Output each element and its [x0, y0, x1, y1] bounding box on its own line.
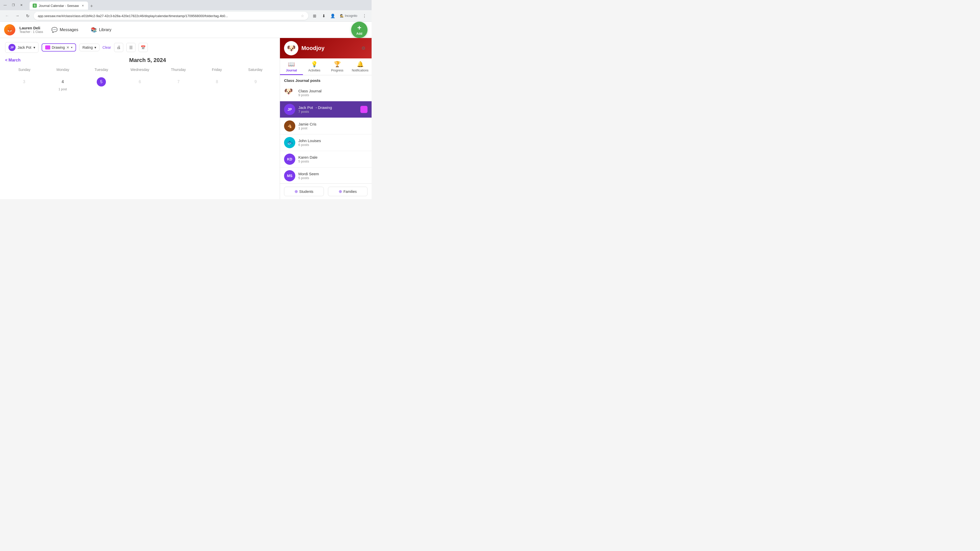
mordi-seem-info: Mordi Seem 5 posts [298, 171, 368, 180]
toolbar-actions: ⊞ ⬇ 👤 🕵 Incognito ⋮ [310, 12, 369, 20]
progress-tab-icon: 🏆 [334, 61, 341, 68]
tab-activities[interactable]: 💡 Activities [303, 59, 326, 75]
month-back-button[interactable]: < March [5, 58, 21, 62]
profile-button[interactable]: 👤 [329, 12, 337, 20]
karen-dale-posts: 5 posts [298, 159, 368, 163]
tab-journal[interactable]: 📖 Journal [280, 59, 303, 75]
jack-pot-info: Jack Pot - Drawing 7 posts [298, 105, 357, 114]
cal-day-4[interactable]: 4 1 post [44, 75, 82, 95]
journal-tab-label: Journal [286, 68, 297, 72]
rating-filter[interactable]: Rating ▾ [79, 44, 99, 51]
student-avatar: JP [8, 44, 16, 51]
extensions-button[interactable]: ⊞ [310, 12, 318, 20]
day-friday: Friday [197, 67, 236, 73]
families-label: Families [344, 189, 357, 194]
print-button[interactable]: 🖨 [114, 43, 123, 52]
incognito-label: Incognito [345, 14, 357, 17]
maximize-button[interactable]: ❐ [10, 2, 16, 8]
day-num-7: 7 [174, 77, 183, 86]
jamie-cris-item[interactable]: 🐴 Jamie Cris 1 post [280, 118, 372, 135]
calendar-header: < March March 5, 2024 [5, 57, 275, 64]
notifications-tab-icon: 🔔 [357, 61, 364, 68]
messages-button[interactable]: 💬 Messages [47, 25, 83, 35]
cal-day-5[interactable]: 5 [82, 75, 120, 95]
day-headers: Sunday Monday Tuesday Wednesday Thursday… [5, 67, 275, 73]
bookmark-icon[interactable]: ☆ [301, 14, 304, 18]
minimize-button[interactable]: — [2, 2, 8, 8]
incognito-badge: 🕵 Incognito [338, 12, 360, 20]
activities-tab-icon: 💡 [311, 61, 318, 68]
download-button[interactable]: ⬇ [320, 12, 328, 20]
day-posts-4: 1 post [59, 87, 67, 91]
student-select[interactable]: JP Jack Pot ▾ [5, 42, 38, 53]
incognito-icon: 🕵 [340, 14, 344, 17]
right-sidebar: 🐶 Moodjoy ⚙ 📖 Journal 💡 Activities 🏆 Pro… [280, 38, 372, 199]
day-sunday: Sunday [5, 67, 44, 73]
main-content: JP Jack Pot ▾ Drawing ✕ ▾ Rating ▾ Clear… [0, 38, 372, 199]
class-journal-item[interactable]: 🐶 Class Journal 9 posts [280, 85, 372, 101]
day-tuesday: Tuesday [82, 67, 121, 73]
students-button[interactable]: ⊕ Students [284, 187, 324, 196]
day-num-4: 4 [58, 77, 67, 86]
students-label: Students [299, 189, 313, 194]
day-num-9: 9 [251, 77, 260, 86]
progress-tab-label: Progress [331, 68, 343, 72]
clear-button[interactable]: Clear [103, 45, 111, 49]
jamie-cris-posts: 1 post [298, 126, 368, 130]
close-button[interactable]: ✕ [18, 2, 24, 8]
mordi-seem-item[interactable]: MS Mordi Seem 5 posts [280, 168, 372, 183]
day-num-6: 6 [135, 77, 145, 86]
browser-titlebar: — ❐ ✕ S Journal Calendar - Seesaw ✕ + [0, 0, 372, 10]
folder-filter[interactable]: Drawing ✕ ▾ [41, 43, 76, 52]
menu-button[interactable]: ⋮ [360, 12, 369, 20]
mordi-seem-name: Mordi Seem [298, 171, 368, 176]
address-bar[interactable]: app.seesaw.me/#/class/class.e01bf4c2-9a2… [34, 12, 308, 20]
john-louises-posts: 6 posts [298, 143, 368, 147]
moodjoy-avatar: 🐶 [284, 41, 298, 56]
tab-bar: S Journal Calendar - Seesaw ✕ + [27, 0, 97, 10]
user-role: Teacher · 1 Class [19, 30, 43, 34]
tab-notifications[interactable]: 🔔 Notifications [348, 59, 372, 75]
tab-close-button[interactable]: ✕ [81, 3, 85, 8]
john-louises-name: John Louises [298, 138, 368, 143]
avatar-image: 🦊 [7, 27, 12, 32]
filters-row: JP Jack Pot ▾ Drawing ✕ ▾ Rating ▾ Clear… [5, 42, 275, 53]
forward-button[interactable]: → [13, 12, 21, 20]
john-louises-item[interactable]: 🐟 John Louises 6 posts [280, 135, 372, 151]
cal-day-9[interactable]: 9 [237, 75, 275, 95]
address-text: app.seesaw.me/#/class/class.e01bf4c2-9a2… [38, 14, 299, 18]
calendar-view-button[interactable]: 📅 [138, 43, 148, 52]
jack-pot-avatar: JP [284, 104, 295, 115]
day-saturday: Saturday [236, 67, 275, 73]
cal-day-3[interactable]: 3 [5, 75, 43, 95]
folder-name: Drawing [52, 45, 65, 49]
reload-button[interactable]: ↻ [24, 12, 32, 20]
new-tab-button[interactable]: + [88, 3, 95, 10]
plus-icon: + [357, 24, 361, 32]
back-button[interactable]: ← [3, 12, 11, 20]
user-info: Lauren Deli Teacher · 1 Class [19, 26, 43, 34]
jack-pot-item[interactable]: JP Jack Pot - Drawing 7 posts [280, 101, 372, 118]
tab-progress[interactable]: 🏆 Progress [326, 59, 349, 75]
messages-label: Messages [60, 27, 78, 32]
karen-dale-name: Karen Dale [298, 155, 368, 159]
cal-day-8[interactable]: 8 [198, 75, 236, 95]
tab-favicon: S [33, 3, 37, 8]
list-view-button[interactable]: ☰ [126, 43, 135, 52]
add-button[interactable]: + Add [351, 22, 368, 38]
families-button[interactable]: ⊕ Families [328, 187, 368, 196]
user-avatar: 🦊 [4, 24, 15, 35]
folder-clear-icon[interactable]: ✕ [66, 45, 69, 49]
mordi-seem-posts: 5 posts [298, 176, 368, 180]
app-container: 🦊 Lauren Deli Teacher · 1 Class 💬 Messag… [0, 22, 372, 199]
mordi-seem-avatar: MS [284, 170, 295, 181]
settings-button[interactable]: ⚙ [360, 44, 368, 52]
cal-day-7[interactable]: 7 [159, 75, 197, 95]
library-button[interactable]: 📚 Library [86, 25, 116, 35]
cal-day-6[interactable]: 6 [121, 75, 159, 95]
jamie-cris-info: Jamie Cris 1 post [298, 122, 368, 130]
jack-pot-posts: 7 posts [298, 110, 357, 114]
karen-dale-item[interactable]: KD Karen Dale 5 posts [280, 151, 372, 168]
active-tab[interactable]: S Journal Calendar - Seesaw ✕ [30, 2, 88, 10]
plus-families-icon: ⊕ [339, 189, 342, 194]
